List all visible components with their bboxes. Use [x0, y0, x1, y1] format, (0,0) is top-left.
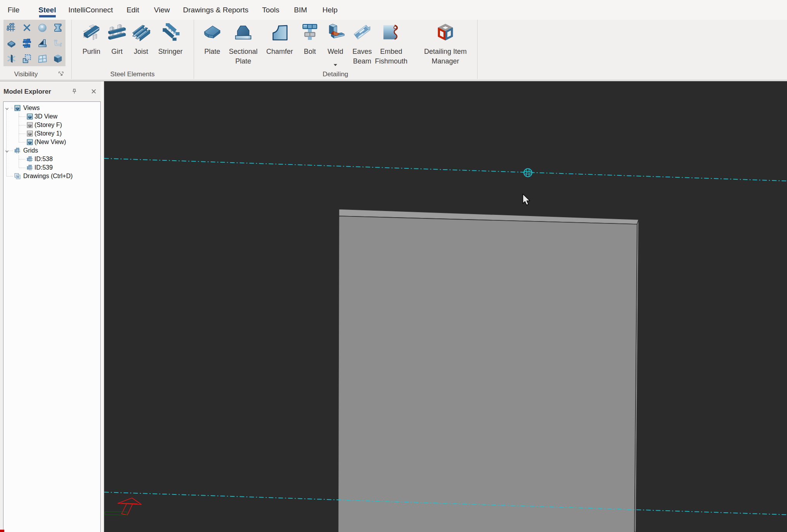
group-label-detailing: Detailing [323, 70, 348, 78]
menu-bar: FileSteelIntelliConnectEditViewDrawings … [0, 0, 787, 20]
ribbon-button-embed-fishmouth[interactable]: Embed Fishmouth [373, 20, 410, 79]
ribbon-group-separator [71, 20, 72, 79]
visibility-toggle-channel-icon[interactable] [50, 35, 65, 51]
menu-view[interactable]: View [154, 0, 170, 20]
tree-connector [19, 117, 26, 117]
visibility-toggle-grid [3, 20, 65, 66]
sectional-plate-icon [234, 23, 253, 41]
eaves-beam-icon [353, 23, 371, 41]
tree-item-grids[interactable]: Grids [14, 146, 38, 155]
tree-connector [19, 125, 26, 125]
tree-item-drawings-ctrl-d[interactable]: Drawings (Ctrl+D) [14, 172, 73, 180]
panel-splitter[interactable] [101, 81, 104, 532]
tree-item-label: Grids [23, 147, 38, 154]
channel-icon [53, 38, 63, 48]
visibility-toggle-plate-icon[interactable] [3, 35, 19, 51]
weld-icon [326, 23, 345, 41]
group-label-steel-elements: Steel Elements [110, 70, 155, 78]
view-window-gray-icon [27, 130, 33, 137]
ribbon-group-separator [477, 20, 478, 79]
anchor-bolt-icon [22, 38, 32, 48]
tree-connector [19, 168, 26, 168]
viewport-canvas[interactable] [104, 81, 787, 532]
tree-item-storey-f[interactable]: (Storey F) [27, 121, 62, 129]
dropdown-arrow-icon[interactable] [333, 61, 337, 63]
ribbon-button-purlin[interactable]: Purlin [79, 20, 103, 79]
tree-item-id-538[interactable]: ID:538 [27, 155, 53, 163]
panel-title: Model Explorer [3, 88, 51, 96]
ribbon-button-stringer[interactable]: Stringer [155, 20, 186, 79]
tree-connector [11, 108, 14, 108]
pin-icon[interactable] [71, 88, 77, 94]
visibility-toggle-selection-region-icon[interactable] [19, 51, 34, 66]
tree-connector [19, 134, 26, 134]
application-window: FileSteelIntelliConnectEditViewDrawings … [0, 0, 787, 532]
mirror-axes-icon [7, 54, 16, 63]
ribbon-button-bolt[interactable]: Bolt [299, 20, 321, 79]
window-panes-icon [38, 54, 47, 63]
tree-item-label: ID:539 [34, 164, 53, 171]
tree-item-label: Views [23, 105, 40, 112]
ribbon-button-chamfer[interactable]: Chamfer [264, 20, 295, 79]
ribbon-group-separator [194, 20, 194, 79]
ribbon-button-label: Embed Fishmouth [373, 47, 410, 66]
tree-item-storey-1[interactable]: (Storey 1) [27, 129, 62, 138]
ribbon-button-sectional-plate[interactable]: Sectional Plate [227, 20, 260, 79]
tree-connector [19, 159, 26, 160]
plate-icon [7, 38, 16, 48]
tree-item-3d-view[interactable]: 3D View [27, 112, 57, 121]
visibility-toggle-sphere-icon[interactable] [34, 20, 50, 35]
stringer-icon [161, 23, 180, 41]
ribbon-button-eaves-beam[interactable]: Eaves Beam [350, 20, 374, 79]
visibility-toggle-ibeam-icon[interactable] [50, 20, 65, 35]
visibility-toggle-window-panes-icon[interactable] [34, 51, 50, 66]
tree-connector [19, 155, 19, 168]
chevron-down-icon[interactable] [5, 106, 9, 110]
mouse-cursor [523, 194, 530, 205]
visibility-toggle-grid-axes-icon[interactable] [3, 20, 19, 35]
visibility-toggle-mirror-axes-icon[interactable] [3, 51, 19, 66]
menu-intelliconnect[interactable]: IntelliConnect [68, 0, 113, 20]
ribbon-button-plate[interactable]: Plate [200, 20, 225, 79]
plate3d-icon [203, 23, 222, 41]
view-window-blue-icon [14, 105, 21, 111]
menu-help[interactable]: Help [322, 0, 337, 20]
ribbon-button-detailing-item-manager[interactable]: Detailing Item Manager [422, 20, 469, 79]
group-label-visibility: Visibility [14, 70, 38, 78]
ribbon-button-label: Weld [325, 47, 346, 57]
bolt-icon [301, 23, 319, 41]
grid-line-upper [104, 158, 787, 181]
tree-item-id-539[interactable]: ID:539 [27, 163, 53, 172]
grid-bubbles-icon [14, 148, 21, 154]
menu-drawings-reports[interactable]: Drawings & Reports [183, 0, 249, 20]
tree-connector [6, 110, 7, 176]
tree-item-label: 3D View [34, 113, 57, 120]
view-window-blue-icon [27, 113, 33, 120]
girt-icon [108, 23, 126, 41]
tree-item-views[interactable]: Views [14, 104, 40, 112]
ribbon-button-label: Stringer [155, 47, 186, 57]
ribbon-button-label: Sectional Plate [227, 47, 260, 66]
ribbon-button-label: Chamfer [264, 47, 295, 57]
close-icon[interactable] [91, 88, 97, 94]
dialog-launcher-icon[interactable] [58, 71, 64, 76]
tree-item-new-view[interactable]: (New View) [27, 138, 66, 146]
selection-region-icon [22, 54, 32, 63]
ribbon-button-label: Detailing Item Manager [422, 47, 469, 66]
chevron-down-icon[interactable] [5, 148, 9, 153]
visibility-toggle-angle-icon[interactable] [34, 35, 50, 51]
drawings-icon [14, 173, 21, 179]
visibility-toggle-anchor-bolt-icon[interactable] [19, 35, 34, 51]
menu-file[interactable]: File [8, 0, 20, 20]
grid-bubbles-icon [27, 165, 33, 171]
viewport-3d[interactable] [104, 81, 787, 532]
ribbon: Visibility Purlin Girt Joist StringerSte… [0, 20, 787, 79]
visibility-toggle-cube-icon[interactable] [50, 51, 65, 66]
menu-edit[interactable]: Edit [127, 0, 139, 20]
menu-tools[interactable]: Tools [262, 0, 279, 20]
model-explorer-panel: Model Explorer Views 3D View (Storey F) … [0, 81, 101, 532]
chamfer-icon [270, 23, 289, 41]
menu-bim[interactable]: BIM [294, 0, 307, 20]
visibility-toggle-cross-icon[interactable] [19, 20, 34, 35]
tree-item-label: (Storey F) [34, 122, 62, 129]
